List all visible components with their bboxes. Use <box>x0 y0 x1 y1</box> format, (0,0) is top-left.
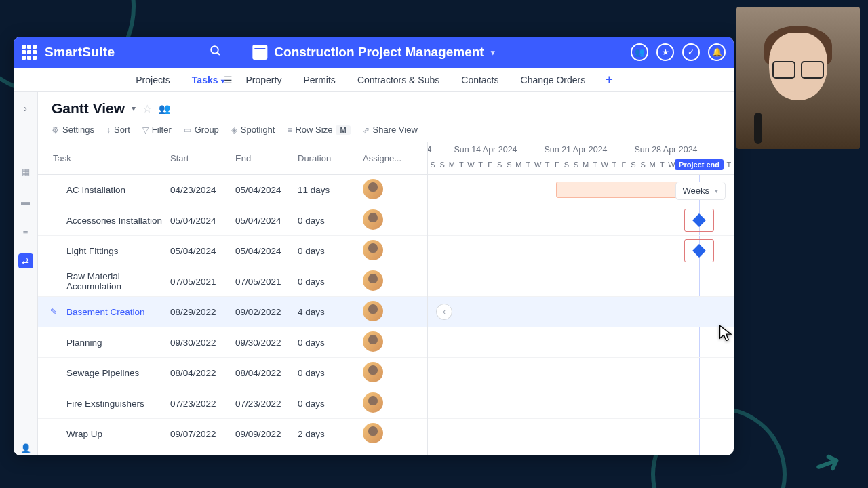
members-icon[interactable]: 👥 <box>631 43 648 61</box>
expand-rail-icon[interactable]: › <box>24 103 27 114</box>
rail-gantt-icon[interactable]: ⇄ <box>18 253 33 268</box>
gantt-row[interactable] <box>428 388 734 419</box>
settings-button[interactable]: ⚙Settings <box>52 125 94 135</box>
task-table: Task Start End Duration Assigne... AC In… <box>38 142 428 455</box>
week-label: 4 <box>428 145 431 155</box>
task-end: 05/04/2024 <box>235 246 298 256</box>
assignee-avatar[interactable] <box>363 331 383 352</box>
task-end: 09/02/2022 <box>235 307 298 317</box>
share-people-icon[interactable]: 👥 <box>159 103 170 114</box>
chevron-down-icon: ▾ <box>715 187 718 195</box>
assignee-avatar[interactable] <box>363 209 383 230</box>
tab-permits[interactable]: Permits <box>302 69 336 91</box>
solution-tabs: ☰ Projects Tasks Property Permits Contra… <box>14 68 734 92</box>
col-end[interactable]: End <box>235 153 298 163</box>
check-icon[interactable]: ✓ <box>682 43 700 61</box>
view-dropdown-icon[interactable]: ▾ <box>132 104 136 113</box>
assignee-avatar[interactable] <box>363 362 383 382</box>
task-name: AC Installation <box>38 185 170 195</box>
task-duration: 0 days <box>298 277 363 287</box>
table-row[interactable]: Raw Material Accumulation 07/05/2021 07/… <box>38 266 427 297</box>
gantt-chart[interactable]: 4Sun 14 Apr 2024Sun 21 Apr 2024Sun 28 Ap… <box>428 142 734 455</box>
gantt-row[interactable]: ‹ <box>428 297 734 327</box>
table-row[interactable]: AC Installation 04/23/2024 05/04/2024 11… <box>38 175 427 205</box>
day-label: F <box>486 161 495 171</box>
favorite-view-icon[interactable]: ☆ <box>142 102 152 115</box>
rail-grid-icon[interactable]: ▦ <box>18 164 33 179</box>
day-label: W <box>600 161 610 171</box>
table-row[interactable]: Fire Exstinguishers 07/23/2022 07/23/202… <box>38 388 427 419</box>
app-launcher-icon[interactable] <box>22 45 37 60</box>
task-name: Wrap Up <box>38 429 170 439</box>
task-start: 08/29/2022 <box>170 307 235 317</box>
day-label: S <box>629 161 638 171</box>
solution-title[interactable]: Construction Project Management ▾ <box>252 45 494 60</box>
task-end: 07/05/2021 <box>235 277 298 287</box>
assignee-avatar[interactable] <box>363 392 383 413</box>
spotlight-button[interactable]: ◈Spotlight <box>231 125 275 135</box>
rail-kanban-icon[interactable]: ▬ <box>18 194 33 209</box>
scroll-to-task-icon[interactable]: ‹ <box>436 304 452 320</box>
gantt-row[interactable] <box>428 266 734 297</box>
table-row[interactable]: Wrap Up 09/07/2022 09/09/2022 2 days <box>38 419 427 449</box>
col-task[interactable]: Task <box>38 153 170 163</box>
day-label: T <box>591 161 600 171</box>
task-end: 09/30/2022 <box>235 338 298 348</box>
group-button[interactable]: ▭Group <box>184 125 219 135</box>
assignee-avatar[interactable] <box>363 270 383 291</box>
tab-property[interactable]: Property <box>245 69 283 91</box>
day-label: T <box>456 161 466 171</box>
table-row[interactable]: Sewage Pipelines 08/04/2022 08/04/2022 0… <box>38 358 427 388</box>
tab-contractors[interactable]: Contractors & Subs <box>356 69 441 91</box>
gantt-row[interactable] <box>428 205 734 236</box>
task-start: 05/04/2024 <box>170 216 235 226</box>
assignee-avatar[interactable] <box>363 423 383 443</box>
tab-projects[interactable]: Projects <box>134 69 172 91</box>
gantt-row[interactable] <box>428 236 734 266</box>
star-icon[interactable]: ★ <box>656 43 674 61</box>
app-window: SmartSuite Construction Project Manageme… <box>14 37 734 455</box>
svg-point-0 <box>212 46 219 54</box>
week-label: Sun 21 Apr 2024 <box>544 145 607 155</box>
rail-user-icon[interactable]: 👤 <box>18 441 33 455</box>
day-label: F <box>552 161 561 171</box>
tab-contacts[interactable]: Contacts <box>460 69 500 91</box>
table-row[interactable]: Light Fittings 05/04/2024 05/04/2024 0 d… <box>38 236 427 266</box>
zoom-select[interactable]: Weeks ▾ <box>675 182 726 200</box>
col-start[interactable]: Start <box>170 153 235 163</box>
task-name: Fire Exstinguishers <box>38 399 170 409</box>
assignee-avatar[interactable] <box>363 240 383 260</box>
bell-icon[interactable]: 🔔 <box>708 43 726 61</box>
tab-tasks[interactable]: Tasks <box>191 69 226 91</box>
rowsize-icon: ≡ <box>287 125 292 135</box>
rail-list-icon[interactable]: ≡ <box>18 224 33 239</box>
gantt-row[interactable] <box>428 327 734 358</box>
gantt-row[interactable] <box>428 358 734 388</box>
filter-button[interactable]: ▽Filter <box>142 125 172 135</box>
assignee-avatar[interactable] <box>363 179 383 199</box>
day-label: F <box>619 161 629 171</box>
task-duration: 0 days <box>298 216 363 226</box>
col-duration[interactable]: Duration <box>298 153 363 163</box>
milestone-range-box <box>684 239 714 262</box>
tab-change-orders[interactable]: Change Orders <box>519 69 587 91</box>
day-label: W <box>533 161 542 171</box>
table-row[interactable]: Accessories Installation 05/04/2024 05/0… <box>38 205 427 236</box>
table-row[interactable]: Planning 09/30/2022 09/30/2022 0 days <box>38 327 427 358</box>
day-label: T <box>610 161 619 171</box>
table-row[interactable]: Basement Creation 08/29/2022 09/02/2022 … <box>38 297 427 327</box>
table-header: Task Start End Duration Assigne... <box>38 142 427 175</box>
sort-button[interactable]: ↕Sort <box>106 125 130 135</box>
search-icon[interactable] <box>210 45 222 60</box>
add-tab-button[interactable]: + <box>606 73 613 87</box>
task-start: 05/04/2024 <box>170 246 235 256</box>
gantt-row[interactable] <box>428 419 734 449</box>
rowsize-button[interactable]: ≡Row SizeM <box>287 125 350 135</box>
col-assignee[interactable]: Assigne... <box>363 153 418 163</box>
day-label: S <box>561 161 571 171</box>
day-label: S <box>428 161 437 171</box>
share-view-button[interactable]: ⇗Share View <box>363 125 418 135</box>
group-icon: ▭ <box>184 125 191 135</box>
assignee-avatar[interactable] <box>363 301 383 321</box>
task-end: 07/23/2022 <box>235 399 298 409</box>
